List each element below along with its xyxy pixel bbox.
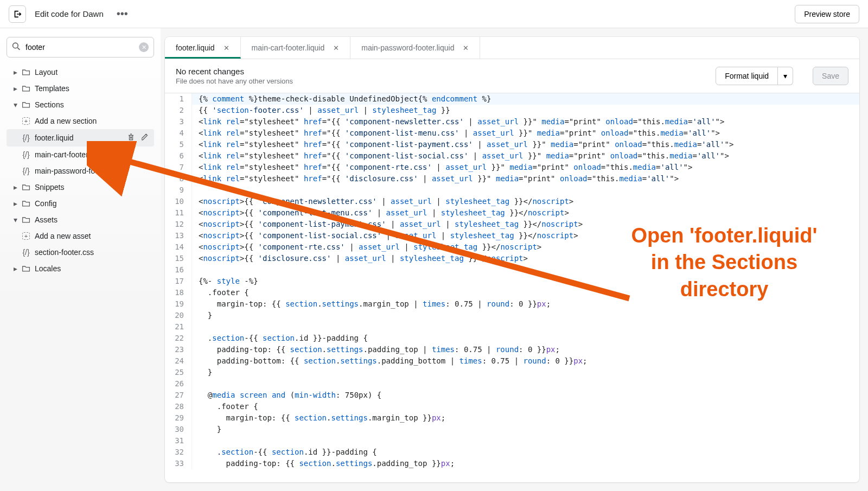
code-line[interactable]: 25 }	[165, 367, 859, 378]
file-section-footer-css[interactable]: {/} section-footer.css	[7, 244, 154, 260]
exit-icon	[12, 9, 22, 19]
folder-sections[interactable]: ▾ Sections	[7, 97, 154, 113]
code-line[interactable]: 23 padding-top: {{ section.settings.padd…	[165, 344, 859, 355]
folder-icon	[21, 68, 31, 76]
caret-right-icon: ▸	[11, 68, 20, 76]
tabs: footer.liquid ✕ main-cart-footer.liquid …	[165, 37, 859, 59]
folder-icon	[21, 100, 31, 109]
code-line[interactable]: 19 margin-top: {{ section.settings.margi…	[165, 298, 859, 310]
folder-snippets[interactable]: ▸ Snippets	[7, 179, 154, 195]
format-liquid-button[interactable]: Format liquid	[716, 67, 778, 85]
file-main-password-footer[interactable]: {/} main-password-footer.liquid	[7, 163, 154, 179]
code-line[interactable]: 2{{ 'section-footer.css' | asset_url | s…	[165, 105, 859, 116]
folder-icon	[21, 264, 31, 273]
svg-point-0	[13, 43, 18, 48]
code-line[interactable]: 3<link rel="stylesheet" href="{{ 'compon…	[165, 116, 859, 127]
code-line[interactable]: 4<link rel="stylesheet" href="{{ 'compon…	[165, 127, 859, 139]
folder-icon	[21, 199, 31, 208]
code-line[interactable]: 26	[165, 378, 859, 390]
format-dropdown-button[interactable]: ▾	[778, 67, 793, 85]
code-line[interactable]: 27 @media screen and (min-width: 750px) …	[165, 390, 859, 401]
tab-footer-liquid[interactable]: footer.liquid ✕	[165, 37, 241, 59]
close-tab-icon[interactable]: ✕	[224, 44, 229, 52]
code-line[interactable]: 8<link rel="stylesheet" href="{{ 'disclo…	[165, 173, 859, 184]
code-line[interactable]: 13<noscript>{{ 'component-list-social.cs…	[165, 230, 859, 241]
code-line[interactable]: 1{% comment %}theme-check-disable Undefi…	[165, 93, 859, 105]
code-line[interactable]: 24 padding-bottom: {{ section.settings.p…	[165, 355, 859, 367]
code-line[interactable]: 28 .footer {	[165, 401, 859, 412]
caret-down-icon: ▾	[11, 215, 20, 224]
exit-button[interactable]	[9, 5, 26, 23]
tab-main-password-footer[interactable]: main-password-footer.liquid ✕	[350, 37, 480, 59]
liquid-file-icon: {/}	[21, 248, 31, 257]
top-bar: Edit code for Dawn ••• Preview store	[0, 0, 868, 28]
code-line[interactable]: 6<link rel="stylesheet" href="{{ 'compon…	[165, 150, 859, 162]
caret-right-icon: ▸	[11, 264, 20, 273]
folder-templates[interactable]: ▸ Templates	[7, 80, 154, 97]
editor-card: footer.liquid ✕ main-cart-footer.liquid …	[165, 37, 859, 482]
code-line[interactable]: 33 padding-top: {{ section.settings.padd…	[165, 458, 859, 469]
code-line[interactable]: 11<noscript>{{ 'component-list-menu.css'…	[165, 207, 859, 219]
code-line[interactable]: 30 }	[165, 424, 859, 435]
preview-store-button[interactable]: Preview store	[795, 5, 859, 23]
folder-assets[interactable]: ▾ Assets	[7, 212, 154, 228]
code-line[interactable]: 9	[165, 184, 859, 196]
liquid-file-icon: {/}	[21, 150, 31, 159]
more-menu[interactable]: •••	[112, 5, 132, 22]
folder-layout[interactable]: ▸ Layout	[7, 64, 154, 80]
caret-right-icon: ▸	[11, 199, 20, 208]
search-input[interactable]	[7, 37, 154, 58]
code-line[interactable]: 12<noscript>{{ 'component-list-payment.c…	[165, 219, 859, 230]
code-line[interactable]: 10<noscript>{{ 'component-newsletter.css…	[165, 196, 859, 207]
code-line[interactable]: 14<noscript>{{ 'component-rte.css' | ass…	[165, 241, 859, 253]
folder-config[interactable]: ▸ Config	[7, 195, 154, 212]
file-footer-liquid[interactable]: {/} footer.liquid	[7, 129, 154, 146]
code-line[interactable]: 21	[165, 321, 859, 333]
code-line[interactable]: 5<link rel="stylesheet" href="{{ 'compon…	[165, 139, 859, 150]
delete-icon[interactable]	[127, 133, 135, 143]
code-line[interactable]: 7<link rel="stylesheet" href="{{ 'compon…	[165, 162, 859, 173]
folder-icon	[21, 215, 31, 224]
code-line[interactable]: 16	[165, 264, 859, 276]
folder-locales[interactable]: ▸ Locales	[7, 260, 154, 277]
code-editor[interactable]: 1{% comment %}theme-check-disable Undefi…	[165, 93, 859, 482]
folder-icon	[21, 84, 31, 93]
caret-right-icon: ▸	[11, 84, 20, 93]
editor-header-title: No recent changes	[176, 67, 293, 76]
file-main-cart-footer[interactable]: {/} main-cart-footer.liquid	[7, 146, 154, 163]
close-tab-icon[interactable]: ✕	[463, 44, 469, 52]
save-button[interactable]: Save	[813, 67, 848, 85]
code-line[interactable]: 17{%- style -%}	[165, 276, 859, 287]
folder-icon	[21, 183, 31, 192]
caret-right-icon: ▸	[11, 183, 20, 192]
clear-search-icon[interactable]: ✕	[139, 42, 149, 52]
search-icon	[12, 42, 21, 53]
liquid-file-icon: {/}	[21, 167, 31, 175]
code-line[interactable]: 15<noscript>{{ 'disclosure.css' | asset_…	[165, 253, 859, 264]
liquid-file-icon: {/}	[21, 133, 31, 142]
code-line[interactable]: 18 .footer {	[165, 287, 859, 298]
editor-header-sub: File does not have any other versions	[176, 77, 293, 85]
code-line[interactable]: 31	[165, 435, 859, 447]
tab-main-cart-footer[interactable]: main-cart-footer.liquid ✕	[241, 37, 351, 59]
page-title: Edit code for Dawn	[35, 9, 104, 18]
add-icon: +	[21, 232, 31, 240]
code-line[interactable]: 22 .section-{{ section.id }}-padding {	[165, 333, 859, 344]
add-icon: +	[21, 117, 31, 125]
sidebar: ✕ ▸ Layout ▸ Templates ▾ Sections + Add …	[0, 28, 161, 491]
code-line[interactable]: 29 margin-top: {{ section.settings.margi…	[165, 412, 859, 424]
add-new-asset[interactable]: + Add a new asset	[7, 228, 154, 244]
code-line[interactable]: 20 }	[165, 310, 859, 321]
caret-down-icon: ▾	[11, 100, 20, 109]
close-tab-icon[interactable]: ✕	[333, 44, 339, 52]
code-line[interactable]: 32 .section-{{ section.id }}-padding {	[165, 447, 859, 458]
edit-icon[interactable]	[142, 133, 150, 143]
add-new-section[interactable]: + Add a new section	[7, 113, 154, 129]
